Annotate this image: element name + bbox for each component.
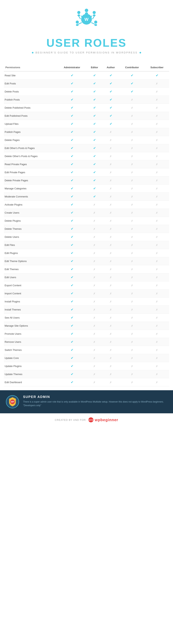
cell-subscriber: ✗ bbox=[145, 201, 169, 209]
cell-admin: ✔ bbox=[57, 322, 87, 330]
cell-subscriber: ✗ bbox=[145, 128, 169, 136]
permission-name: Remove Users bbox=[4, 338, 57, 346]
cross-icon: ✗ bbox=[93, 203, 96, 206]
cell-editor: ✗ bbox=[87, 201, 102, 209]
check-icon: ✔ bbox=[71, 276, 73, 279]
check-icon: ✔ bbox=[71, 364, 73, 368]
cell-contributor: ✗ bbox=[119, 104, 145, 112]
cell-editor: ✔ bbox=[87, 144, 102, 152]
cross-icon: ✗ bbox=[93, 381, 96, 384]
cell-editor: ✔ bbox=[87, 104, 102, 112]
cross-icon: ✗ bbox=[156, 348, 158, 352]
cross-icon: ✗ bbox=[110, 163, 112, 166]
cell-subscriber: ✗ bbox=[145, 152, 169, 160]
cell-author: ✔ bbox=[102, 71, 119, 80]
cell-subscriber: ✗ bbox=[145, 217, 169, 225]
cell-contributor: ✗ bbox=[119, 209, 145, 217]
svg-point-8 bbox=[76, 20, 79, 24]
cross-icon: ✗ bbox=[93, 284, 96, 287]
table-row: Update Core✔✗✗✗✗ bbox=[4, 354, 169, 362]
cross-icon: ✗ bbox=[93, 244, 96, 247]
check-icon: ✔ bbox=[93, 179, 96, 182]
cross-icon: ✗ bbox=[156, 187, 158, 190]
cross-icon: ✗ bbox=[110, 316, 112, 319]
cell-subscriber: ✗ bbox=[145, 144, 169, 152]
svg-point-6 bbox=[93, 11, 96, 14]
cross-icon: ✗ bbox=[131, 340, 133, 344]
cell-editor: ✗ bbox=[87, 378, 102, 386]
cell-admin: ✔ bbox=[57, 362, 87, 370]
cross-icon: ✗ bbox=[156, 228, 158, 230]
cell-contributor: ✗ bbox=[119, 338, 145, 346]
check-icon: ✔ bbox=[71, 130, 73, 134]
cell-contributor: ✗ bbox=[119, 290, 145, 298]
cross-icon: ✗ bbox=[110, 260, 112, 263]
check-icon: ✔ bbox=[71, 154, 73, 158]
cell-editor: ✗ bbox=[87, 330, 102, 338]
permission-name: Activate Plugins bbox=[4, 201, 57, 209]
cross-icon: ✗ bbox=[93, 324, 96, 328]
svg-text:W: W bbox=[84, 17, 88, 22]
svg-text:WPB: WPB bbox=[88, 419, 93, 421]
cross-icon: ✗ bbox=[93, 276, 96, 279]
table-row: Publish Posts✔✔✔✗✗ bbox=[4, 96, 169, 104]
cross-icon: ✗ bbox=[110, 187, 112, 190]
cell-editor: ✔ bbox=[87, 96, 102, 104]
shield-logo: WP bbox=[6, 395, 19, 408]
cell-contributor: ✗ bbox=[119, 192, 145, 201]
cell-admin: ✔ bbox=[57, 176, 87, 184]
permission-name: Edit Other's Posts & Pages bbox=[4, 144, 57, 152]
cell-author: ✗ bbox=[102, 176, 119, 184]
cross-icon: ✗ bbox=[156, 90, 158, 93]
cell-contributor: ✗ bbox=[119, 330, 145, 338]
check-icon: ✔ bbox=[71, 381, 73, 384]
table-row: Delete Posts✔✔✔✔✗ bbox=[4, 88, 169, 96]
cell-admin: ✔ bbox=[57, 209, 87, 217]
cell-admin: ✔ bbox=[57, 346, 87, 354]
cross-icon: ✗ bbox=[110, 195, 112, 198]
cross-icon: ✗ bbox=[110, 356, 112, 360]
cell-admin: ✔ bbox=[57, 354, 87, 362]
cell-editor: ✗ bbox=[87, 322, 102, 330]
cell-contributor: ✗ bbox=[119, 120, 145, 128]
cross-icon: ✗ bbox=[156, 244, 158, 247]
col-permissions: Permissions bbox=[4, 64, 57, 71]
table-row: Edit Posts✔✔✔✔✗ bbox=[4, 80, 169, 88]
page-header: W USER ROLES bbox=[0, 0, 173, 64]
cross-icon: ✗ bbox=[156, 122, 158, 126]
cell-subscriber: ✗ bbox=[145, 241, 169, 249]
cell-author: ✗ bbox=[102, 298, 119, 306]
cross-icon: ✗ bbox=[156, 268, 158, 271]
cross-icon: ✗ bbox=[131, 187, 133, 190]
cell-author: ✗ bbox=[102, 209, 119, 217]
cell-contributor: ✗ bbox=[119, 370, 145, 378]
page-title: USER ROLES bbox=[4, 36, 169, 49]
cell-contributor: ✗ bbox=[119, 249, 145, 257]
cell-contributor: ✗ bbox=[119, 314, 145, 322]
cell-author: ✗ bbox=[102, 370, 119, 378]
check-icon: ✔ bbox=[71, 219, 73, 222]
cross-icon: ✗ bbox=[156, 211, 158, 214]
check-icon: ✔ bbox=[93, 195, 96, 198]
cross-icon: ✗ bbox=[131, 155, 133, 158]
cell-contributor: ✗ bbox=[119, 96, 145, 104]
cross-icon: ✗ bbox=[156, 114, 158, 118]
cell-contributor: ✗ bbox=[119, 184, 145, 192]
cell-contributor: ✗ bbox=[119, 225, 145, 233]
cell-admin: ✔ bbox=[57, 233, 87, 241]
permission-name: Delete Plugins bbox=[4, 217, 57, 225]
cross-icon: ✗ bbox=[110, 324, 112, 328]
cell-author: ✗ bbox=[102, 241, 119, 249]
cell-contributor: ✗ bbox=[119, 362, 145, 370]
cell-subscriber: ✗ bbox=[145, 290, 169, 298]
cell-subscriber: ✗ bbox=[145, 346, 169, 354]
cross-icon: ✗ bbox=[131, 244, 133, 247]
svg-point-11 bbox=[94, 24, 97, 26]
cross-icon: ✗ bbox=[110, 348, 112, 352]
table-row: Read Site✔✔✔✔✔ bbox=[4, 71, 169, 80]
cell-author: ✗ bbox=[102, 192, 119, 201]
check-icon: ✔ bbox=[93, 171, 96, 174]
cell-editor: ✔ bbox=[87, 184, 102, 192]
table-row: Remove Users✔✗✗✗✗ bbox=[4, 338, 169, 346]
cross-icon: ✗ bbox=[93, 219, 96, 222]
